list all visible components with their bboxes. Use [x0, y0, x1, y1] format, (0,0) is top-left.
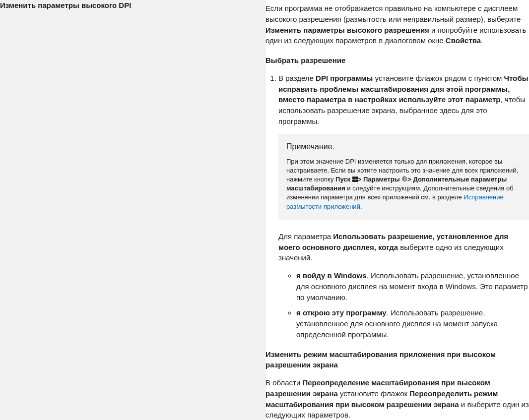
settings-table: Изменить параметры высокого DPI Если про…: [0, 0, 529, 420]
setting-name-cell: Изменить параметры высокого DPI: [0, 0, 265, 420]
gear-icon: [401, 176, 407, 181]
note-gt-2: >: [407, 176, 413, 183]
option-sign-in-windows: я войду в Windows. Использовать разрешен…: [296, 270, 529, 302]
section-choose-resolution-title: Выбрать разрешение: [265, 55, 529, 66]
note-body: При этом значение DPI изменяется только …: [286, 157, 521, 211]
intro-bold-1: Изменить параметры высокого разрешения: [265, 26, 429, 34]
step-1: В разделе DPI программы установите флажо…: [278, 73, 529, 340]
s2-a: В области: [265, 378, 302, 387]
section2-paragraph: В области Переопределение масштабировани…: [265, 377, 529, 420]
note-box: Примечание. При этом значение DPI изменя…: [278, 134, 529, 220]
param-intro: Для параметра Использовать разрешение, у…: [278, 231, 529, 263]
note-text-end: .: [360, 203, 362, 210]
setting-description-cell: Если программа не отображается правильно…: [265, 0, 529, 420]
options-list: я войду в Windows. Использовать разрешен…: [278, 270, 529, 340]
s2-c: установите флажок: [338, 389, 409, 398]
setting-name-label: Изменить параметры высокого DPI: [0, 0, 265, 11]
note-bold-start: Пуск: [335, 176, 352, 183]
page: Изменить параметры высокого DPI Если про…: [0, 0, 529, 420]
step1-bold-b: DPI программы: [316, 74, 373, 82]
option-open-this-program: я открою эту программу. Использовать раз…: [296, 307, 529, 340]
opt1-bold: я войду в Windows: [296, 271, 367, 280]
note-bold-params: Параметры: [363, 176, 401, 183]
section-change-scaling-title: Изменить режим масштабирования приложени…: [265, 349, 529, 371]
steps-list: В разделе DPI программы установите флажо…: [265, 73, 529, 340]
note-gt-1: >: [358, 176, 363, 183]
intro-bold-2: Свойства: [446, 36, 481, 45]
intro-paragraph: Если программа не отображается правильно…: [265, 3, 529, 46]
note-title: Примечание.: [286, 141, 521, 152]
opt2-bold: я открою эту программу: [296, 308, 387, 317]
windows-start-icon: [352, 177, 358, 182]
step1-text-a: В разделе: [278, 74, 316, 82]
param-intro-a: Для параметра: [278, 232, 333, 240]
step1-text-c: установите флажок рядом с пунктом: [373, 74, 504, 82]
intro-text-3: .: [481, 36, 483, 45]
intro-text-1: Если программа не отображается правильно…: [265, 4, 521, 23]
